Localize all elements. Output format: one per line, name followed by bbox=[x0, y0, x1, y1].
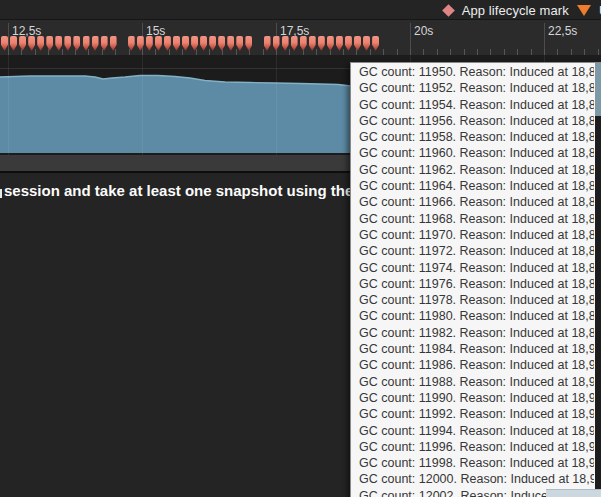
gc-event-row: GC count: 11982. Reason: Induced at 18,8… bbox=[351, 325, 594, 341]
gc-event-row: GC count: 11996. Reason: Induced at 18,9… bbox=[351, 439, 594, 455]
gc-event-row: GC count: 11962. Reason: Induced at 18,8… bbox=[351, 162, 594, 178]
user-mark-pin-icon[interactable] bbox=[92, 36, 99, 51]
vertical-gridline bbox=[276, 55, 277, 155]
legend-bar: App lifecycle mark Us bbox=[0, 0, 601, 20]
gc-event-row: GC count: 11990. Reason: Induced at 18,9… bbox=[351, 390, 594, 406]
user-mark-pin-icon[interactable] bbox=[327, 36, 334, 51]
user-mark-pin-icon[interactable] bbox=[209, 36, 216, 51]
gc-event-row: GC count: 11976. Reason: Induced at 18,8… bbox=[351, 276, 594, 292]
gc-event-row: GC count: 11992. Reason: Induced at 18,9… bbox=[351, 406, 594, 422]
gc-event-row: GC count: 11966. Reason: Induced at 18,8… bbox=[351, 194, 594, 210]
user-mark-pin-icon[interactable] bbox=[191, 36, 198, 51]
app-lifecycle-legend-label: App lifecycle mark bbox=[462, 3, 569, 18]
gc-event-row: GC count: 11954. Reason: Induced at 18,8… bbox=[351, 97, 594, 113]
gc-event-row: GC count: 11994. Reason: Induced at 18,9… bbox=[351, 423, 594, 439]
gc-event-row: GC count: 11998. Reason: Induced at 18,9… bbox=[351, 455, 594, 471]
gc-event-row: GC count: 11988. Reason: Induced at 18,9… bbox=[351, 374, 594, 390]
tick-label: 12,5s bbox=[12, 24, 41, 38]
user-mark-pin-icon[interactable] bbox=[363, 36, 370, 51]
profiler-window: App lifecycle mark Us 12,5s15s17,5s20s22… bbox=[0, 0, 601, 497]
tick-label: 20s bbox=[414, 24, 433, 38]
gc-event-row: GC count: 11980. Reason: Induced at 18,8… bbox=[351, 308, 594, 324]
gc-event-row: GC count: 11960. Reason: Induced at 18,8… bbox=[351, 145, 594, 161]
clipped-text-fragment bbox=[0, 189, 2, 198]
vertical-gridline bbox=[142, 55, 143, 155]
user-mark-pin-icon[interactable] bbox=[200, 36, 207, 51]
gc-event-row: GC count: 11978. Reason: Induced at 18,8… bbox=[351, 292, 594, 308]
legend: App lifecycle mark Us bbox=[441, 1, 601, 19]
bottom-right-overlay bbox=[546, 489, 601, 497]
user-mark-pin-icon[interactable] bbox=[64, 36, 71, 51]
timeline-ruler[interactable]: 12,5s15s17,5s20s22,5s bbox=[0, 20, 601, 56]
tooltip-scrollbar-thumb[interactable] bbox=[595, 63, 601, 116]
gc-event-row: GC count: 11970. Reason: Induced at 18,8… bbox=[351, 227, 594, 243]
user-mark-pin-icon[interactable] bbox=[146, 36, 153, 51]
gc-event-row: GC count: 11986. Reason: Induced at 18,9… bbox=[351, 357, 594, 373]
vertical-gridline bbox=[8, 55, 9, 155]
user-mark-pin-icon[interactable] bbox=[182, 36, 189, 51]
gc-event-row: GC count: 11958. Reason: Induced at 18,8… bbox=[351, 129, 594, 145]
gc-event-row: GC count: 11974. Reason: Induced at 18,8… bbox=[351, 260, 594, 276]
user-mark-pin-icon[interactable] bbox=[300, 36, 307, 51]
gc-event-row: GC count: 11952. Reason: Induced at 18,8… bbox=[351, 80, 594, 96]
gc-event-row: GC count: 11956. Reason: Induced at 18,8… bbox=[351, 113, 594, 129]
user-mark-pin-icon[interactable] bbox=[318, 36, 325, 51]
user-mark-pin-icon[interactable] bbox=[227, 36, 234, 51]
app-lifecycle-diamond-icon bbox=[442, 4, 455, 17]
tick-label: 22,5s bbox=[548, 24, 577, 38]
gc-event-row: GC count: 11972. Reason: Induced at 18,8… bbox=[351, 243, 594, 259]
gc-event-row: GC count: 11968. Reason: Induced at 18,8… bbox=[351, 211, 594, 227]
tick-label: 15s bbox=[146, 24, 165, 38]
user-mark-triangle-icon bbox=[577, 5, 591, 16]
user-mark-pin-icon[interactable] bbox=[291, 36, 298, 51]
user-mark-pin-icon[interactable] bbox=[264, 36, 271, 51]
user-mark-pin-icon[interactable] bbox=[273, 36, 280, 51]
gc-event-row: GC count: 12000. Reason: Induced at 18,9… bbox=[351, 471, 594, 487]
user-mark-pin-icon[interactable] bbox=[218, 36, 225, 51]
user-mark-pin-icon[interactable] bbox=[37, 36, 44, 51]
gc-event-row: GC count: 11950. Reason: Induced at 18,8… bbox=[351, 64, 594, 80]
user-mark-pin-icon[interactable] bbox=[1, 36, 8, 51]
gc-event-list: GC count: 11950. Reason: Induced at 18,8… bbox=[351, 64, 594, 497]
gc-events-tooltip: GC count: 11950. Reason: Induced at 18,8… bbox=[350, 62, 601, 497]
user-mark-pin-icon[interactable] bbox=[236, 36, 243, 51]
user-mark-pin-icon[interactable] bbox=[372, 36, 379, 51]
user-mark-pin-icon[interactable] bbox=[345, 36, 352, 51]
user-mark-pin-icon[interactable] bbox=[309, 36, 316, 51]
tick-label: 17,5s bbox=[280, 24, 309, 38]
gc-event-row: GC count: 11984. Reason: Induced at 18,9… bbox=[351, 341, 594, 357]
user-mark-pin-icon[interactable] bbox=[173, 36, 180, 51]
tooltip-scrollbar[interactable] bbox=[595, 63, 601, 497]
gc-event-row: GC count: 11964. Reason: Induced at 18,8… bbox=[351, 178, 594, 194]
user-mark-pin-icon[interactable] bbox=[282, 36, 289, 51]
user-mark-pin-icon[interactable] bbox=[245, 36, 252, 51]
user-mark-pin-icon[interactable] bbox=[336, 36, 343, 51]
user-mark-pin-icon[interactable] bbox=[10, 36, 17, 51]
